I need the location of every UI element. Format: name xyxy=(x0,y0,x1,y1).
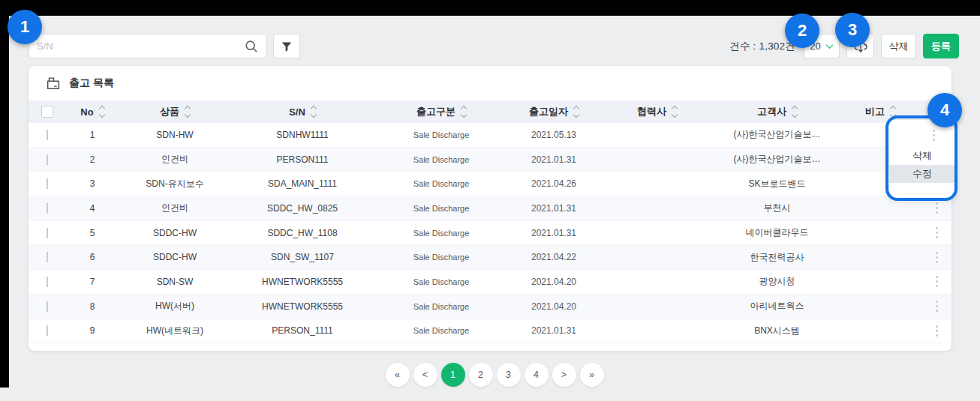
header-customer[interactable]: 고객사 xyxy=(715,105,839,118)
header-no-label: No xyxy=(80,106,93,118)
cell-no: 7 xyxy=(66,277,119,287)
callout-badge-1: 1 xyxy=(8,10,42,44)
header-product[interactable]: 상품 xyxy=(119,105,231,118)
cell-sn: SDDC_HW_0825 xyxy=(231,203,374,214)
cell-type: Sale Discharge xyxy=(374,204,509,213)
sort-icon xyxy=(672,106,677,117)
row-checkbox[interactable] xyxy=(47,130,48,140)
kebab-menu-icon[interactable] xyxy=(924,249,948,266)
pagination-button[interactable]: 4 xyxy=(525,363,549,387)
row-checkbox[interactable] xyxy=(47,277,48,287)
sort-icon xyxy=(311,106,316,117)
header-partner[interactable]: 협력사 xyxy=(599,105,715,118)
kebab-menu-icon[interactable] xyxy=(924,273,948,290)
cell-type: Sale Discharge xyxy=(374,229,509,238)
pagination: «<1234>» xyxy=(9,363,980,387)
cell-date: 2021.01.31 xyxy=(509,228,599,238)
header-date[interactable]: 출고일자 xyxy=(509,105,599,118)
table-row: 8HW(서버)HWNETWORK5555Sale Discharge2021.0… xyxy=(29,295,951,319)
table-row: 4인건비SDDC_HW_0825Sale Discharge2021.01.31… xyxy=(29,196,951,221)
kebab-menu-icon[interactable] xyxy=(933,127,935,144)
kebab-menu-icon[interactable] xyxy=(924,298,948,315)
row-checkbox-cell xyxy=(29,178,66,189)
cell-no: 2 xyxy=(66,154,119,165)
filter-button[interactable] xyxy=(273,34,300,58)
delete-button[interactable]: 삭제 xyxy=(881,34,916,58)
row-checkbox-cell xyxy=(29,228,66,238)
cell-sn: PERSON_1111 xyxy=(231,325,374,336)
cell-product: SDN-유지보수 xyxy=(119,178,231,190)
pagination-button[interactable]: < xyxy=(413,363,437,387)
header-date-label: 출고일자 xyxy=(529,105,568,118)
cell-product: SDN-HW xyxy=(119,130,231,140)
cell-date: 2021.04.20 xyxy=(509,301,599,312)
cell-actions xyxy=(921,199,951,217)
table-row: 9HW(네트워크)PERSON_1111Sale Discharge2021.0… xyxy=(29,319,951,344)
cell-customer: BNX시스템 xyxy=(715,325,839,337)
sort-icon xyxy=(891,106,895,117)
row-checkbox[interactable] xyxy=(47,228,48,238)
header-no[interactable]: No xyxy=(66,106,119,118)
table-row: 6SDDC-HWSDN_SW_1107Sale Discharge2021.04… xyxy=(29,245,951,270)
app-window: 건수 : 1,302건 20 삭제 등록 xyxy=(0,0,980,401)
cell-type: Sale Discharge xyxy=(374,277,509,286)
callout-badge-3: 3 xyxy=(835,13,870,47)
cell-customer: 네이버클라우드 xyxy=(715,226,839,239)
kebab-menu-icon[interactable] xyxy=(924,199,948,217)
pagination-button[interactable]: 2 xyxy=(469,363,493,387)
search-input[interactable] xyxy=(29,40,244,52)
row-checkbox-cell xyxy=(29,203,66,214)
cell-customer: 아리네트웍스 xyxy=(715,300,839,313)
record-count: 건수 : 1,302건 xyxy=(729,40,795,53)
row-checkbox[interactable] xyxy=(47,252,48,262)
select-all-checkbox[interactable] xyxy=(41,106,53,118)
cell-customer: (사)한국산업기술보… xyxy=(715,128,839,141)
search-icon[interactable] xyxy=(244,39,266,54)
cell-date: 2021.01.31 xyxy=(509,203,599,214)
cell-type: Sale Discharge xyxy=(374,155,509,164)
pagination-button[interactable]: 1 xyxy=(441,363,465,387)
cell-actions xyxy=(921,322,951,340)
cell-customer: 부천시 xyxy=(715,202,839,214)
cell-type: Sale Discharge xyxy=(374,302,509,311)
menu-item-delete[interactable]: 삭제 xyxy=(889,147,955,165)
cell-product: 인건비 xyxy=(119,153,231,166)
package-icon xyxy=(45,75,62,91)
pagination-button[interactable]: > xyxy=(552,363,576,387)
pagination-button[interactable]: « xyxy=(386,363,410,387)
header-note[interactable]: 비고 xyxy=(839,105,921,118)
sort-icon xyxy=(792,106,797,117)
table-row: 7SDN-SWHWNETWORK5555Sale Discharge2021.0… xyxy=(29,270,951,295)
header-sn[interactable]: S/N xyxy=(231,106,374,118)
cell-sn: HWNETWORK5555 xyxy=(231,301,374,312)
cell-no: 5 xyxy=(66,228,119,238)
header-type[interactable]: 출고구분 xyxy=(374,105,509,118)
cell-product: SDDC-HW xyxy=(119,252,231,262)
row-checkbox[interactable] xyxy=(47,178,48,189)
cell-type: Sale Discharge xyxy=(374,253,509,262)
card-title: 출고 목록 xyxy=(69,76,114,90)
cell-product: SDN-SW xyxy=(119,277,231,287)
row-checkbox[interactable] xyxy=(47,154,48,165)
shipment-list-card: 출고 목록 No 상품 S/N 출고구분 xyxy=(29,66,951,351)
table-row: 5SDDC-HWSDDC_HW_1108Sale Discharge2021.0… xyxy=(29,221,951,246)
kebab-menu-icon[interactable] xyxy=(924,322,948,340)
register-button[interactable]: 등록 xyxy=(923,34,959,58)
pagination-button[interactable]: 3 xyxy=(497,363,521,387)
select-all-cell xyxy=(29,106,66,118)
table-row: 1SDN-HWSDNHW1111Sale Discharge2021.05.13… xyxy=(29,123,951,148)
row-checkbox[interactable] xyxy=(47,203,48,214)
row-checkbox[interactable] xyxy=(47,325,48,336)
cell-date: 2021.04.20 xyxy=(509,277,599,287)
cell-type: Sale Discharge xyxy=(374,130,509,139)
cell-actions xyxy=(921,273,951,290)
cell-type: Sale Discharge xyxy=(374,326,509,335)
menu-item-edit[interactable]: 수정 xyxy=(889,165,955,183)
table-row: 2인건비PERSON111Sale Discharge2021.01.31(사)… xyxy=(29,148,951,172)
pagination-button[interactable]: » xyxy=(580,363,604,387)
header-note-label: 비고 xyxy=(865,105,885,118)
kebab-menu-icon[interactable] xyxy=(924,224,948,241)
table-row: 3SDN-유지보수SDA_MAIN_1111Sale Discharge2021… xyxy=(29,172,951,196)
row-checkbox[interactable] xyxy=(47,301,48,312)
sort-icon xyxy=(461,106,466,117)
